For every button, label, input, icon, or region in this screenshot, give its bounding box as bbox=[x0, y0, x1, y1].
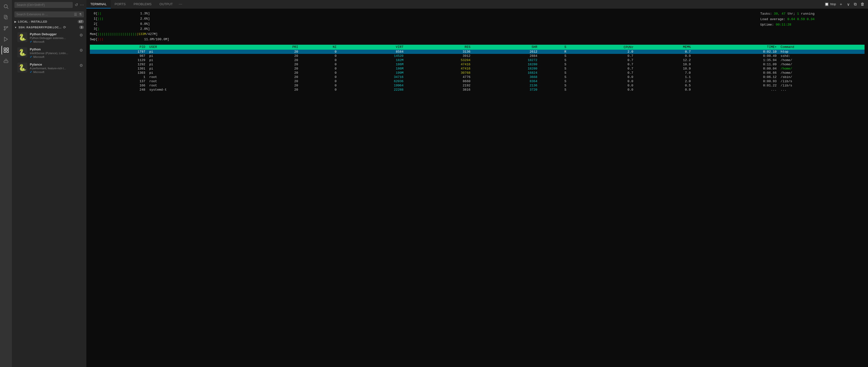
cell-cmd: htop bbox=[779, 50, 865, 54]
cell-cpu: 0.0 bbox=[568, 84, 636, 88]
ext-author: ✔ Microsoft bbox=[30, 40, 77, 43]
terminal-dropdown-icon[interactable]: ∨ bbox=[846, 1, 851, 7]
local-installed-section[interactable]: ▶ LOCAL - INSTALLED 67 bbox=[12, 19, 86, 24]
col-cpu: CPU%▽ bbox=[568, 45, 636, 50]
cell-cmd: /home/ bbox=[779, 62, 865, 66]
cell-s: S bbox=[539, 88, 568, 92]
terminal-content[interactable]: 0[|| 1.3%] 1[||| 2.6%] 2[ 0.0%] 3[ bbox=[86, 9, 868, 367]
cell-user: pi bbox=[147, 62, 252, 66]
cpu-mem-section: 0[|| 1.3%] 1[||| 2.6%] 2[ 0.0%] 3[ bbox=[90, 11, 750, 42]
cell-res: 47416 bbox=[406, 62, 473, 66]
cell-res: 3816 bbox=[406, 88, 473, 92]
activity-icon-files[interactable] bbox=[1, 13, 10, 22]
cell-cpu: 0.0 bbox=[568, 88, 636, 92]
ext-item-pylance[interactable]: 🐍 Pylance A performant, feature-rich l..… bbox=[12, 61, 86, 76]
col-pid: PID bbox=[90, 45, 147, 50]
table-row[interactable]: 1301 pi 20 0 186M 47416 18280 S 0.7 10.9… bbox=[90, 66, 865, 71]
sync-icon: ⟳ bbox=[63, 25, 66, 29]
kill-terminal-icon[interactable]: 🗑 bbox=[860, 1, 866, 7]
table-row[interactable]: 1303 pi 20 0 199M 30768 16824 S 0.7 7.0 … bbox=[90, 71, 865, 75]
table-row[interactable]: 248 systemd-t 20 0 22288 3816 3720 S 0.0… bbox=[90, 88, 865, 92]
cell-pid: 1292 bbox=[90, 62, 147, 66]
ext-author: ✔ Microsoft bbox=[30, 70, 77, 74]
cell-user: systemd-t bbox=[147, 88, 252, 92]
cell-cmd: /home/ bbox=[779, 66, 865, 71]
ext-settings-icon[interactable]: ⚙ bbox=[80, 48, 83, 53]
activity-icon-search[interactable] bbox=[1, 2, 10, 11]
cell-virt: 182M bbox=[339, 58, 406, 62]
col-ni: NI bbox=[300, 45, 339, 50]
refresh-icon[interactable]: ↺ bbox=[75, 3, 78, 7]
ext-search-input[interactable] bbox=[17, 13, 72, 16]
ext-item-python[interactable]: 🐍 Python IntelliSense (Pylance), Lintin.… bbox=[12, 45, 86, 61]
cell-s: R bbox=[539, 50, 568, 54]
search-input[interactable] bbox=[14, 2, 73, 8]
ext-item-python-debugger[interactable]: 🐍 Python Debugger Python Debugger extens… bbox=[12, 30, 86, 45]
cell-time: 0:02.10 bbox=[693, 50, 779, 54]
cell-ni: 0 bbox=[300, 58, 339, 62]
table-row[interactable]: 1292 pi 20 0 186M 47416 18280 S 0.7 10.9… bbox=[90, 62, 865, 66]
table-row[interactable]: 1 root 20 0 34716 4776 3668 S 0.0 1.1 0:… bbox=[90, 75, 865, 79]
cell-cmd: /lib/s bbox=[779, 79, 865, 84]
cell-s: S bbox=[539, 54, 568, 58]
cell-mem: 2.0 bbox=[635, 79, 692, 84]
tab-more-icon[interactable]: ⋯ bbox=[177, 2, 184, 6]
add-terminal-icon[interactable]: ＋ bbox=[838, 1, 844, 7]
clear-search-icon[interactable]: ☰ bbox=[74, 12, 77, 17]
pylance-info: Pylance A performant, feature-rich l... … bbox=[30, 63, 77, 74]
cell-pid: 1301 bbox=[90, 66, 147, 71]
ssh-count: 3 bbox=[79, 26, 84, 29]
cell-mem: 10.9 bbox=[635, 62, 692, 66]
tab-bar-right: 🔲 htop ＋ ∨ ⧉ 🗑 bbox=[825, 1, 868, 7]
table-row[interactable]: 987 pi 20 0 14520 3912 2884 S 0.7 0.9 0:… bbox=[90, 54, 865, 58]
python-debugger-icon: 🐍 bbox=[18, 32, 27, 42]
filter-icon[interactable]: ⚗ bbox=[79, 12, 82, 17]
cell-mem: 0.7 bbox=[635, 50, 692, 54]
ext-name: Python bbox=[30, 48, 77, 51]
activity-icon-remote[interactable] bbox=[1, 57, 10, 66]
activity-icon-git[interactable] bbox=[1, 24, 10, 33]
swp-row: Swp[||| 11.0M/100.0M] bbox=[90, 37, 750, 42]
svg-rect-12 bbox=[4, 61, 8, 63]
ext-search-bar[interactable]: ☰ ⚗ bbox=[14, 11, 84, 18]
cell-cpu: 2.0 bbox=[568, 50, 636, 54]
cell-res: 4776 bbox=[406, 75, 473, 79]
ext-settings-icon[interactable]: ⚙ bbox=[80, 63, 83, 68]
tasks-line: Tasks: 39, 47 thr; 1 running bbox=[760, 11, 865, 17]
split-terminal-icon[interactable]: ⧉ bbox=[853, 1, 858, 7]
cell-cpu: 0.7 bbox=[568, 66, 636, 71]
table-row[interactable]: 1797 pi 20 0 8584 3136 2612 R 2.0 0.7 0:… bbox=[90, 50, 865, 54]
col-time: TIME+ bbox=[693, 45, 779, 50]
cell-res: 53204 bbox=[406, 58, 473, 62]
shell-icon: 🔲 bbox=[825, 2, 829, 6]
tab-terminal[interactable]: TERMINAL bbox=[86, 0, 111, 8]
table-row[interactable]: 1129 pi 20 0 182M 53204 18272 S 0.7 12.2… bbox=[90, 58, 865, 62]
cell-mem: 0.5 bbox=[635, 84, 692, 88]
stats-panel: Tasks: 39, 47 thr; 1 running Load averag… bbox=[760, 11, 865, 42]
cell-virt: 186M bbox=[339, 66, 406, 71]
cell-pri: 20 bbox=[252, 88, 300, 92]
table-row[interactable]: 166 root 20 0 19964 2192 2136 S 0.0 0.5 … bbox=[90, 84, 865, 88]
svg-marker-7 bbox=[4, 37, 8, 41]
cell-user: pi bbox=[147, 71, 252, 75]
table-row[interactable]: 137 root 20 0 62036 8660 8364 S 0.0 2.0 … bbox=[90, 79, 865, 84]
tab-problems[interactable]: PROBLEMS bbox=[130, 0, 155, 8]
tab-output[interactable]: OUTPUT bbox=[156, 0, 177, 8]
cell-res: 2192 bbox=[406, 84, 473, 88]
more-actions-icon[interactable]: ⋯ bbox=[80, 3, 84, 7]
ext-name: Pylance bbox=[30, 63, 77, 66]
activity-icon-extensions[interactable] bbox=[1, 46, 10, 55]
cell-pri: 20 bbox=[252, 71, 300, 75]
cell-cpu: 0.7 bbox=[568, 62, 636, 66]
cell-mem: 7.0 bbox=[635, 71, 692, 75]
tab-ports[interactable]: PORTS bbox=[111, 0, 130, 8]
cell-time: 0:00.49 bbox=[693, 54, 779, 58]
ext-settings-icon[interactable]: ⚙ bbox=[80, 33, 83, 37]
svg-rect-9 bbox=[7, 48, 8, 50]
activity-bar bbox=[0, 0, 12, 367]
ssh-section[interactable]: ▼ SSH: RASPBERRYPI2W.LOC... ⟳ 3 bbox=[12, 24, 86, 30]
cell-mem: 0.9 bbox=[635, 54, 692, 58]
activity-icon-run[interactable] bbox=[1, 35, 10, 44]
col-command: Command bbox=[779, 45, 865, 50]
cpu-row-1: 1[||| 2.6%] bbox=[90, 17, 750, 22]
